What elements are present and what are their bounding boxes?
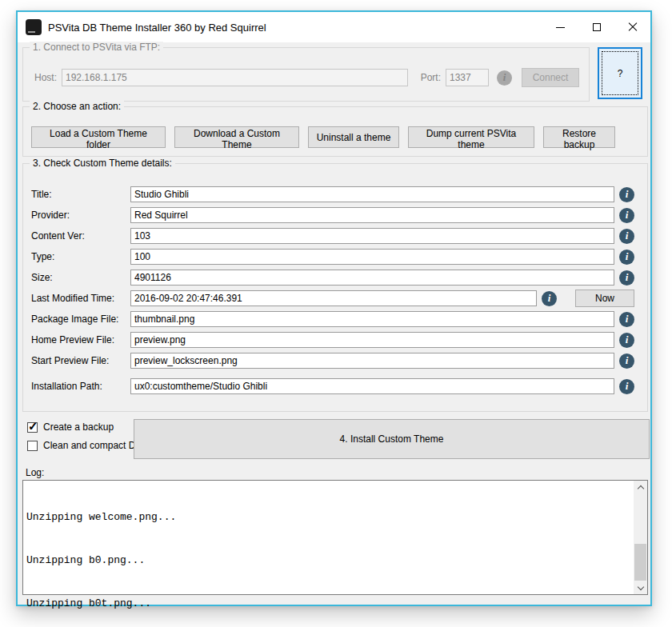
log-line: Unzipping welcome.png...	[26, 510, 631, 525]
actions-group: 2. Choose an action: Load a Custom Theme…	[22, 106, 648, 157]
start-preview-input[interactable]	[130, 353, 614, 369]
last-modified-info-icon[interactable]: i	[542, 291, 557, 306]
download-theme-button[interactable]: Download a Custom Theme	[174, 126, 299, 148]
actions-row: Load a Custom Theme folder Download a Cu…	[23, 107, 647, 148]
installation-path-info-icon[interactable]: i	[619, 379, 634, 394]
installation-path-label: Installation Path:	[31, 381, 130, 392]
ftp-group-legend: 1. Connect to PSVita via FTP:	[30, 42, 163, 53]
home-preview-input[interactable]	[130, 332, 614, 348]
home-preview-info-icon[interactable]: i	[619, 333, 634, 348]
type-info-icon[interactable]: i	[619, 250, 634, 265]
details-body: Title: i Provider: i Content Ver: i Type…	[23, 164, 647, 394]
clean-compact-checkbox[interactable]: ✓ Clean and compact DB	[27, 440, 142, 451]
last-modified-label: Last Modified Time:	[31, 293, 130, 304]
title-info-icon[interactable]: i	[619, 187, 634, 202]
close-button[interactable]	[614, 12, 650, 42]
create-backup-checkbox[interactable]: ✓ Create a backup	[27, 421, 114, 433]
detail-row-provider: Provider: i	[31, 207, 634, 223]
provider-label: Provider:	[31, 210, 130, 221]
start-preview-label: Start Preview File:	[31, 355, 130, 366]
content-ver-label: Content Ver:	[31, 230, 130, 242]
package-image-label: Package Image File:	[31, 314, 130, 325]
installation-path-input[interactable]	[130, 378, 614, 394]
maximize-button[interactable]	[578, 12, 614, 42]
load-theme-folder-button[interactable]: Load a Custom Theme folder	[31, 126, 166, 148]
details-group: 3. Check Custom Theme details: Title: i …	[22, 163, 648, 412]
size-label: Size:	[31, 272, 130, 283]
port-label: Port:	[421, 72, 441, 83]
help-button[interactable]: ?	[598, 47, 642, 99]
checkmark-icon: ✓	[28, 419, 38, 433]
app-window: PSVita DB Theme Installer 360 by Red Squ…	[16, 10, 652, 606]
close-icon	[628, 22, 638, 32]
detail-row-installation-path: Installation Path: i	[31, 378, 634, 394]
log-scrollbar[interactable]	[634, 481, 647, 594]
create-backup-label: Create a backup	[43, 421, 114, 433]
ftp-group: 1. Connect to PSVita via FTP: Host: Port…	[22, 47, 590, 102]
detail-row-package-image: Package Image File: i	[31, 311, 634, 327]
package-image-info-icon[interactable]: i	[619, 312, 634, 327]
minimize-icon	[556, 27, 565, 28]
log-output[interactable]: Unzipping welcome.png... Unzipping b0.pn…	[22, 480, 648, 595]
detail-row-type: Type: i	[31, 249, 634, 265]
content-ver-input[interactable]	[130, 228, 614, 244]
client-area: 1. Connect to PSVita via FTP: Host: Port…	[18, 42, 650, 605]
ftp-row: Host: Port: i Connect	[23, 48, 589, 87]
size-info-icon[interactable]: i	[619, 270, 634, 286]
clean-compact-label: Clean and compact DB	[43, 440, 142, 451]
titlebar: PSVita DB Theme Installer 360 by Red Squ…	[18, 12, 650, 42]
content-ver-info-icon[interactable]: i	[619, 229, 634, 244]
caption-buttons	[542, 12, 650, 42]
provider-info-icon[interactable]: i	[619, 208, 634, 223]
log-line: Unzipping b0t.png...	[26, 597, 631, 611]
connect-button: Connect	[522, 68, 579, 87]
detail-row-home-preview: Home Preview File: i	[31, 332, 634, 348]
title-input[interactable]	[130, 186, 614, 202]
scrollbar-thumb[interactable]	[634, 544, 646, 581]
app-icon[interactable]	[26, 19, 42, 35]
window-title: PSVita DB Theme Installer 360 by Red Squ…	[48, 22, 266, 34]
clean-compact-checkbox-box[interactable]: ✓	[27, 441, 38, 451]
create-backup-checkbox-box[interactable]: ✓	[27, 422, 38, 433]
port-input	[446, 69, 489, 86]
minimize-button[interactable]	[542, 12, 578, 42]
provider-input[interactable]	[130, 207, 614, 223]
port-info-icon: i	[497, 70, 512, 86]
details-group-legend: 3. Check Custom Theme details:	[30, 158, 175, 169]
package-image-input[interactable]	[130, 311, 614, 327]
actions-group-legend: 2. Choose an action:	[30, 101, 124, 112]
host-input	[62, 69, 408, 86]
host-label: Host:	[34, 72, 57, 83]
detail-row-content-ver: Content Ver: i	[31, 228, 634, 244]
maximize-icon	[593, 23, 601, 31]
now-button[interactable]: Now	[575, 290, 634, 307]
dump-theme-button[interactable]: Dump current PSVita theme	[408, 126, 534, 148]
log-lines: Unzipping welcome.png... Unzipping b0.pn…	[26, 481, 631, 627]
log-label: Log:	[26, 467, 44, 478]
type-input[interactable]	[130, 249, 614, 265]
scroll-up-icon[interactable]	[634, 481, 647, 494]
detail-row-size: Size: i	[31, 270, 634, 286]
restore-backup-button[interactable]: Restore backup	[543, 126, 615, 148]
title-label: Title:	[31, 189, 130, 200]
home-preview-label: Home Preview File:	[31, 334, 130, 345]
start-preview-info-icon[interactable]: i	[619, 353, 634, 369]
uninstall-theme-button[interactable]: Uninstall a theme	[308, 126, 399, 148]
detail-row-title: Title: i	[31, 186, 634, 202]
last-modified-input[interactable]	[130, 290, 537, 306]
detail-row-last-modified: Last Modified Time: i Now	[31, 290, 634, 306]
size-input[interactable]	[130, 270, 614, 286]
log-line: Unzipping b0.png...	[26, 553, 631, 568]
app-icon-detail	[28, 31, 35, 33]
type-label: Type:	[31, 251, 130, 262]
detail-row-start-preview: Start Preview File: i	[31, 353, 634, 369]
install-custom-theme-button[interactable]: 4. Install Custom Theme	[134, 419, 650, 459]
scroll-down-icon[interactable]	[634, 581, 647, 594]
